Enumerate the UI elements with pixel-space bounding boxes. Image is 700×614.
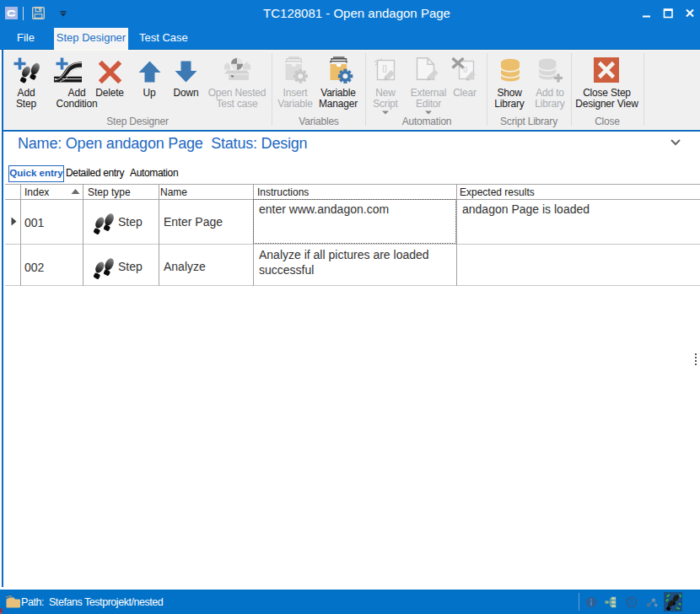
svg-text:{}: {}: [382, 64, 387, 73]
svg-text:{}: {}: [463, 65, 468, 73]
